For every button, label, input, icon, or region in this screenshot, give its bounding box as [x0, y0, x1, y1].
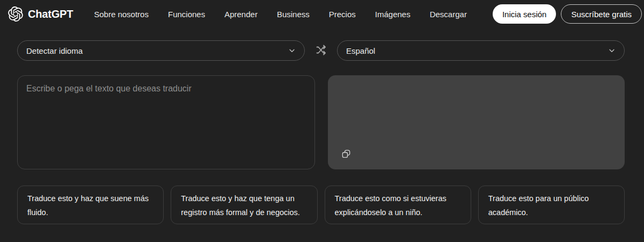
suggestion-explain-child[interactable]: Traduce esto como si estuvieras explicán… — [325, 186, 471, 224]
target-language-select[interactable]: Español — [337, 40, 625, 61]
chevron-down-icon — [608, 47, 616, 54]
nav-item-aprender[interactable]: Aprender — [224, 10, 258, 19]
nav-item-funciones[interactable]: Funciones — [168, 10, 205, 19]
shuffle-icon — [314, 44, 327, 58]
suggestion-academic[interactable]: Traduce esto para un público académico. — [478, 186, 625, 224]
chevron-down-icon — [288, 47, 296, 54]
nav-item-sobre-nosotros[interactable]: Sobre nosotros — [94, 10, 149, 19]
nav-item-descargar[interactable]: Descargar — [430, 10, 467, 19]
chatgpt-logo[interactable]: ChatGPT — [8, 6, 73, 22]
source-language-select[interactable]: Detectar idioma — [17, 40, 305, 61]
nav-item-business[interactable]: Business — [277, 10, 310, 19]
copy-button[interactable] — [341, 148, 352, 161]
nav-item-imagenes[interactable]: Imágenes — [375, 10, 411, 19]
translator-panels — [17, 75, 625, 169]
translation-output-panel — [328, 75, 625, 169]
subscribe-button[interactable]: Suscríbete gratis — [561, 4, 642, 24]
copy-icon — [341, 148, 352, 161]
login-button[interactable]: Inicia sesión — [493, 4, 557, 24]
translator-section: Detectar idioma Español — [0, 28, 644, 224]
nav-item-precios[interactable]: Precios — [329, 10, 356, 19]
openai-logo-icon — [8, 6, 23, 22]
swap-languages-button[interactable] — [314, 44, 327, 58]
target-language-value: Español — [346, 46, 375, 55]
top-nav-bar: ChatGPT Sobre nosotros Funciones Aprende… — [0, 0, 644, 28]
language-selector-row: Detectar idioma Español — [17, 40, 625, 61]
nav-cta-group: Inicia sesión Suscríbete gratis — [493, 4, 642, 24]
source-text-panel — [17, 75, 315, 169]
brand-name: ChatGPT — [28, 8, 73, 20]
main-nav: Sobre nosotros Funciones Aprender Busine… — [94, 4, 642, 24]
suggestion-formal-business[interactable]: Traduce esto y haz que tenga un registro… — [171, 186, 317, 224]
source-text-input[interactable] — [18, 76, 314, 169]
suggestion-prompts: Traduce esto y haz que suene más fluido.… — [17, 186, 625, 224]
suggestion-fluid[interactable]: Traduce esto y haz que suene más fluido. — [17, 186, 164, 224]
source-language-value: Detectar idioma — [26, 46, 83, 55]
